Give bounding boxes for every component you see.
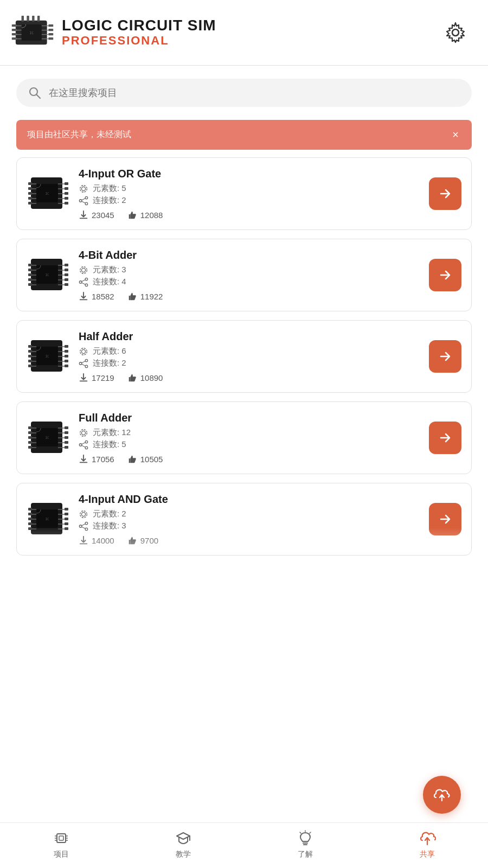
svg-line-148 xyxy=(81,445,85,447)
svg-text:IC: IC xyxy=(45,517,49,521)
like-stat: 9700 xyxy=(127,535,158,545)
arrow-right-icon xyxy=(438,349,453,364)
svg-line-196 xyxy=(310,832,311,833)
svg-line-179 xyxy=(81,526,85,528)
svg-point-114 xyxy=(85,359,88,362)
svg-rect-156 xyxy=(65,508,68,510)
nav-item-learn[interactable]: 了解 xyxy=(286,829,325,859)
nav-item-share[interactable]: 共享 xyxy=(408,829,447,859)
logo-image: IC xyxy=(11,11,54,54)
nav-item-tutorial[interactable]: 教学 xyxy=(164,829,203,859)
svg-rect-66 xyxy=(65,278,68,281)
svg-point-113 xyxy=(79,362,82,365)
settings-button[interactable] xyxy=(439,16,472,49)
svg-rect-36 xyxy=(65,202,68,205)
svg-rect-62 xyxy=(28,283,32,286)
svg-line-86 xyxy=(81,282,85,284)
search-icon xyxy=(28,86,41,99)
card-chip-image: IC xyxy=(27,172,70,215)
download-count: 17056 xyxy=(92,455,114,464)
svg-rect-30 xyxy=(28,197,32,200)
circuit-card: IC Half Adder 元素数: 6 xyxy=(16,320,472,393)
svg-rect-89 xyxy=(28,345,32,348)
svg-rect-126 xyxy=(65,431,68,434)
svg-point-81 xyxy=(80,266,87,273)
svg-point-52 xyxy=(85,196,88,199)
svg-rect-64 xyxy=(65,269,68,271)
like-icon xyxy=(127,291,137,301)
svg-point-50 xyxy=(80,185,87,192)
card-open-button[interactable] xyxy=(429,422,461,454)
elements-label: 元素数: 2 xyxy=(93,509,126,519)
card-open-button[interactable] xyxy=(429,259,461,291)
svg-text:IC: IC xyxy=(45,273,49,277)
svg-line-178 xyxy=(81,524,85,526)
circuit-card: IC 4-Input OR Gate 元素数: 5 xyxy=(16,157,472,230)
svg-point-144 xyxy=(79,443,82,446)
card-open-button[interactable] xyxy=(429,177,461,210)
gear-icon xyxy=(444,21,467,44)
card-connections-row: 连接数: 5 xyxy=(79,439,420,450)
svg-rect-128 xyxy=(65,441,68,444)
svg-text:IC: IC xyxy=(45,436,49,439)
svg-point-112 xyxy=(80,348,87,355)
svg-point-146 xyxy=(85,446,88,449)
card-title: Half Adder xyxy=(79,330,420,343)
download-stat: 17219 xyxy=(79,373,114,382)
elements-icon xyxy=(79,428,88,438)
svg-rect-183 xyxy=(59,836,63,840)
arrow-right-icon xyxy=(438,512,453,527)
connections-icon xyxy=(79,196,88,206)
svg-point-83 xyxy=(85,278,88,280)
download-stat: 17056 xyxy=(79,454,114,464)
card-stats: 17219 10890 xyxy=(79,373,420,382)
svg-rect-123 xyxy=(28,441,32,444)
card-connections-row: 连接数: 2 xyxy=(79,358,420,368)
card-open-button[interactable] xyxy=(429,340,461,373)
card-stats: 17056 10505 xyxy=(79,454,420,464)
svg-point-115 xyxy=(85,365,88,368)
nav-label-share: 共享 xyxy=(420,850,435,859)
card-connections-row: 连接数: 2 xyxy=(79,195,420,206)
svg-rect-10 xyxy=(27,16,29,22)
svg-line-85 xyxy=(81,279,85,282)
svg-rect-5 xyxy=(48,24,53,27)
svg-point-173 xyxy=(81,512,85,516)
card-open-button[interactable] xyxy=(429,503,461,535)
nav-item-projects[interactable]: 项目 xyxy=(42,829,81,859)
nav-label-projects: 项目 xyxy=(54,850,69,859)
card-info: 4-Input AND Gate 元素数: 2 连接数: 3 xyxy=(79,493,420,545)
card-chip-container: IC xyxy=(27,335,70,378)
like-count: 10890 xyxy=(140,373,163,382)
svg-point-111 xyxy=(81,349,85,353)
svg-point-142 xyxy=(81,431,85,435)
elements-icon xyxy=(79,184,88,194)
card-title: Full Adder xyxy=(79,412,420,424)
svg-rect-152 xyxy=(28,513,32,515)
svg-rect-93 xyxy=(28,365,32,367)
download-icon xyxy=(79,291,88,301)
like-icon xyxy=(127,373,137,382)
card-stats: 14000 9700 xyxy=(79,535,420,545)
circuit-cards-list: IC 4-Input OR Gate 元素数: 5 xyxy=(0,157,488,610)
banner-close-button[interactable]: × xyxy=(450,129,461,141)
connections-icon xyxy=(79,359,88,368)
like-icon xyxy=(127,454,137,464)
svg-rect-96 xyxy=(65,355,68,358)
svg-rect-92 xyxy=(28,360,32,362)
svg-rect-151 xyxy=(28,508,32,510)
svg-rect-97 xyxy=(65,360,68,362)
upload-fab-button[interactable] xyxy=(423,776,461,814)
circuit-card: IC Full Adder 元素数: 12 xyxy=(16,401,472,474)
search-bar xyxy=(16,79,472,107)
svg-rect-27 xyxy=(28,182,32,185)
circuit-card: IC 4-Bit Adder 元素数: 3 xyxy=(16,239,472,311)
card-chip-image: IC xyxy=(27,335,70,378)
like-count: 12088 xyxy=(140,210,163,220)
search-input[interactable] xyxy=(49,87,460,99)
card-elements-row: 元素数: 3 xyxy=(79,265,420,275)
svg-rect-29 xyxy=(28,192,32,195)
svg-line-116 xyxy=(81,361,85,363)
like-stat: 10505 xyxy=(127,454,163,464)
svg-point-175 xyxy=(79,525,82,527)
